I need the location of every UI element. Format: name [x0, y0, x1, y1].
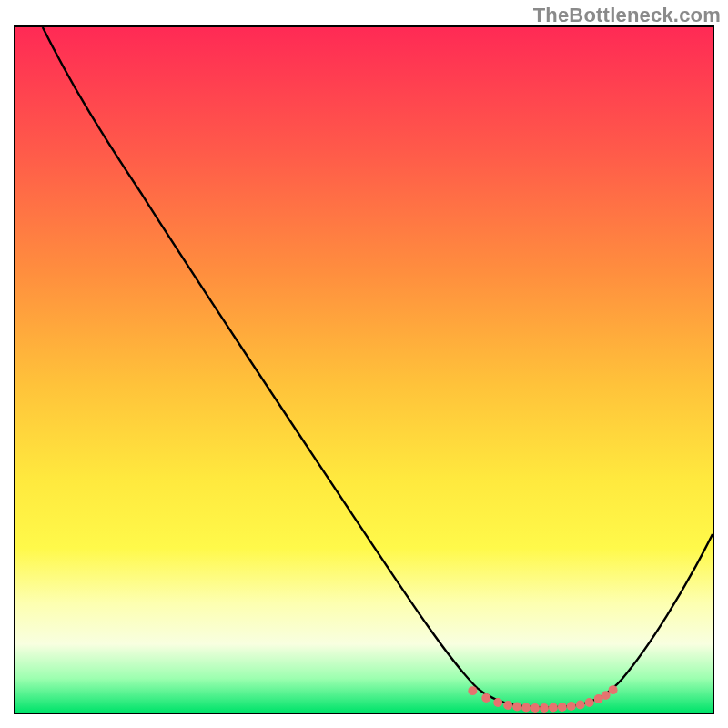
curve-line [43, 27, 713, 707]
svg-point-3 [503, 701, 512, 710]
chart-svg [15, 27, 713, 713]
watermark-text: TheBottleneck.com [533, 4, 721, 27]
svg-point-5 [521, 703, 531, 713]
svg-point-11 [576, 701, 585, 710]
svg-point-8 [549, 703, 558, 713]
chart-area [14, 25, 714, 714]
svg-point-10 [567, 702, 576, 711]
svg-point-2 [493, 698, 502, 707]
svg-point-14 [602, 691, 611, 700]
svg-point-9 [558, 703, 567, 712]
svg-point-15 [609, 685, 618, 694]
svg-point-1 [481, 693, 490, 703]
optimal-markers [468, 685, 617, 713]
svg-point-0 [468, 686, 477, 695]
svg-point-4 [512, 703, 521, 712]
svg-point-6 [531, 703, 540, 713]
svg-point-7 [540, 703, 549, 713]
svg-point-12 [585, 698, 594, 707]
